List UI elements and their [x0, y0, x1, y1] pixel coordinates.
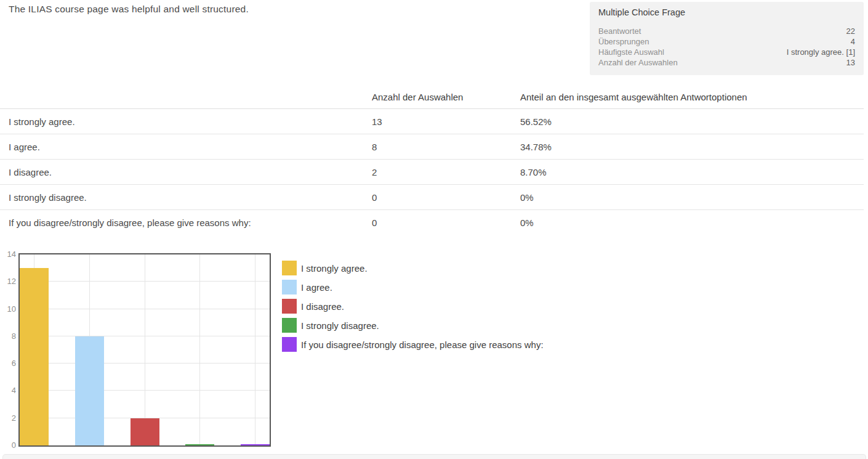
legend-item: I disagree.	[282, 299, 544, 314]
y-axis-tick-label: 8	[0, 331, 16, 341]
row-count: 0	[372, 185, 377, 210]
row-percent: 0%	[520, 210, 534, 235]
stat-label: Häufigste Auswahl	[598, 47, 664, 57]
chart-bar	[75, 336, 104, 445]
legend-item: I strongly disagree.	[282, 318, 544, 333]
stats-list: Beantwortet 22 Übersprungen 4 Häufigste …	[598, 26, 855, 68]
stat-value: 13	[846, 57, 855, 68]
vertical-gridline	[145, 254, 145, 445]
row-count: 0	[372, 210, 377, 235]
y-axis-tick-label: 12	[0, 277, 16, 286]
stat-row: Anzahl der Auswahlen 13	[598, 57, 855, 68]
table-row: I strongly disagree. 0 0%	[0, 185, 864, 210]
stat-row: Beantwortet 22	[598, 26, 855, 36]
vertical-gridline	[199, 254, 200, 445]
row-label: I agree.	[9, 134, 40, 160]
legend-color-swatch	[282, 261, 297, 275]
row-percent: 34.78%	[520, 134, 552, 160]
y-axis-tick-label: 0	[0, 441, 16, 450]
question-title: The ILIAS course page was helpful and we…	[9, 4, 249, 15]
column-header-count: Anzahl der Auswahlen	[372, 92, 463, 102]
question-stats-panel: Multiple Choice Frage Beantwortet 22 Übe…	[590, 2, 864, 75]
chart-bar	[241, 444, 270, 446]
row-count: 13	[372, 109, 382, 134]
stat-value: 22	[846, 26, 855, 36]
y-axis-tick-label: 6	[0, 359, 16, 368]
row-percent: 0%	[520, 185, 534, 210]
legend-label: I strongly agree.	[301, 263, 368, 274]
legend-color-swatch	[282, 280, 297, 294]
chart-legend: I strongly agree.I agree.I disagree.I st…	[282, 261, 544, 356]
stats-panel-title: Multiple Choice Frage	[598, 7, 855, 17]
legend-item: I agree.	[282, 280, 544, 294]
chart-bar	[185, 444, 214, 446]
column-header-percent: Anteil an den insgesamt ausgewählten Ant…	[520, 92, 747, 102]
legend-label: If you disagree/strongly disagree, pleas…	[301, 339, 544, 350]
stat-row: Übersprungen 4	[598, 36, 855, 47]
legend-color-swatch	[282, 318, 297, 333]
table-row: I agree. 8 34.78%	[0, 134, 864, 160]
table-row: I strongly agree. 13 56.52%	[0, 109, 864, 134]
legend-color-swatch	[282, 299, 297, 314]
stat-value: I strongly agree. [1]	[787, 47, 855, 57]
stat-label: Anzahl der Auswahlen	[598, 57, 678, 68]
vertical-gridline	[255, 254, 255, 445]
answer-options-table: Anzahl der Auswahlen Anteil an den insge…	[0, 87, 864, 235]
stat-value: 4	[851, 36, 855, 47]
legend-label: I strongly disagree.	[301, 320, 379, 331]
legend-label: I agree.	[301, 282, 332, 293]
next-section-edge	[2, 454, 866, 459]
y-axis: 02468101214	[0, 254, 16, 445]
row-label: I strongly agree.	[9, 109, 75, 134]
y-axis-tick-label: 10	[0, 304, 16, 314]
table-row: I disagree. 2 8.70%	[0, 160, 864, 185]
stat-label: Beantwortet	[598, 26, 641, 36]
bar-chart-plot	[18, 253, 271, 447]
chart-bar	[131, 418, 159, 445]
legend-label: I disagree.	[301, 301, 344, 312]
row-count: 2	[372, 160, 377, 185]
stat-row: Häufigste Auswahl I strongly agree. [1]	[598, 47, 855, 57]
row-percent: 8.70%	[520, 160, 547, 185]
stat-label: Übersprungen	[598, 36, 649, 47]
row-label: I strongly disagree.	[9, 185, 87, 210]
y-axis-tick-label: 2	[0, 413, 16, 423]
y-axis-tick-label: 4	[0, 386, 16, 396]
legend-item: If you disagree/strongly disagree, pleas…	[282, 337, 544, 352]
row-label: If you disagree/strongly disagree, pleas…	[9, 210, 251, 235]
survey-question-results-page: The ILIAS course page was helpful and we…	[0, 0, 868, 459]
legend-item: I strongly agree.	[282, 261, 544, 275]
row-percent: 56.52%	[520, 109, 552, 134]
table-row: If you disagree/strongly disagree, pleas…	[0, 210, 864, 235]
y-axis-tick-label: 14	[0, 250, 16, 259]
row-label: I disagree.	[9, 160, 52, 185]
chart-bar	[20, 268, 49, 445]
legend-color-swatch	[282, 337, 297, 352]
row-count: 8	[372, 134, 377, 160]
table-header-row: Anzahl der Auswahlen Anteil an den insge…	[0, 87, 864, 109]
